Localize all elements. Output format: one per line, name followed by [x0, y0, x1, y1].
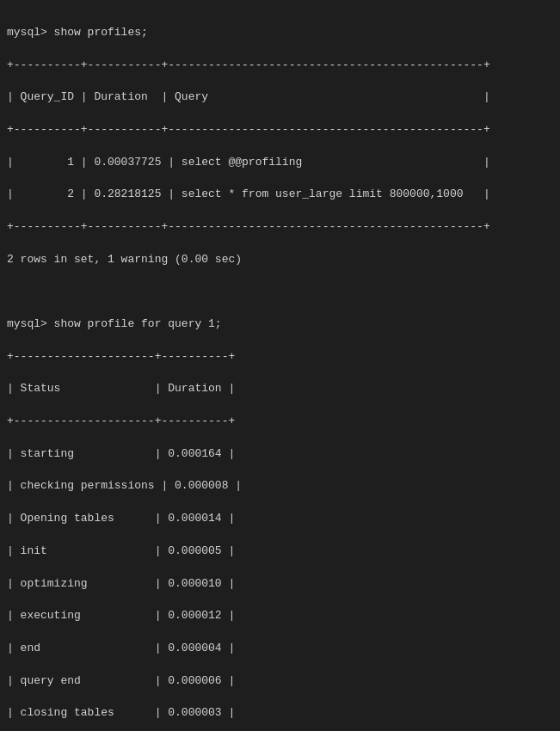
table2-row6: | executing | 0.000012 |: [7, 609, 235, 622]
table2-row5: | optimizing | 0.000010 |: [7, 577, 235, 590]
table2-header: | Status | Duration |: [7, 382, 235, 395]
result1-summary: 2 rows in set, 1 warning (0.00 sec): [7, 253, 242, 266]
table2-row3: | Opening tables | 0.000014 |: [7, 512, 235, 525]
table1-header-sep: +----------+-----------+----------------…: [7, 123, 490, 136]
table1-row2: | 2 | 0.28218125 | select * from user_la…: [7, 187, 490, 200]
table2-row1: | starting | 0.000164 |: [7, 447, 235, 460]
table2-row2: | checking permissions | 0.000008 |: [7, 479, 242, 492]
table1-header: | Query_ID | Duration | Query |: [7, 90, 490, 103]
terminal-output: mysql> show profiles; +----------+------…: [7, 9, 553, 731]
table1-row1: | 1 | 0.00037725 | select @@profiling |: [7, 156, 490, 169]
table1-border-top: +----------+-----------+----------------…: [7, 58, 490, 71]
table2-header-sep: +---------------------+----------+: [7, 415, 235, 427]
table2-row9: | closing tables | 0.000003 |: [7, 706, 235, 719]
table2-row7: | end | 0.000004 |: [7, 642, 235, 654]
table1-border-bot: +----------+-----------+----------------…: [7, 220, 490, 233]
table2-row4: | init | 0.000005 |: [7, 544, 235, 557]
command-2: mysql> show profile for query 1;: [7, 317, 222, 330]
command-1: mysql> show profiles;: [7, 26, 148, 39]
table2-row8: | query end | 0.000006 |: [7, 674, 235, 687]
table2-border-top: +---------------------+----------+: [7, 350, 235, 363]
